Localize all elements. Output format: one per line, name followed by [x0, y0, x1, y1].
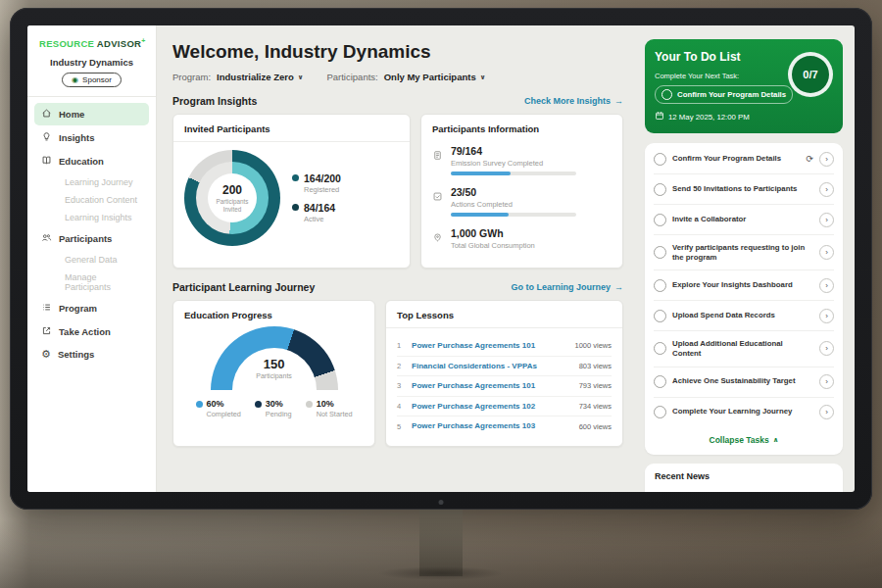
task-row[interactable]: Verify participants requesting to join t…: [654, 235, 834, 270]
arrow-right-icon: →: [614, 96, 623, 106]
task-chevron-icon[interactable]: ›: [819, 309, 834, 323]
sidebar-item-insights[interactable]: Insights: [34, 126, 149, 149]
task-row[interactable]: Send 50 Invitations to Participants ›: [654, 174, 834, 205]
lesson-row: 1 Power Purchase Agreements 101 1000 vie…: [397, 336, 612, 357]
sidebar-item-general-data[interactable]: General Data: [34, 251, 149, 269]
go-to-learning-journey-link[interactable]: Go to Learning Journey →: [511, 282, 623, 292]
legend-item-completed: 60% Completed: [196, 399, 241, 418]
check-more-insights-link[interactable]: Check More Insights →: [524, 96, 623, 106]
sidebar-item-learning-insights[interactable]: Learning Insights: [34, 209, 149, 226]
task-checkbox[interactable]: [654, 375, 666, 388]
survey-document-icon: [432, 147, 443, 175]
brand-logo-part1: RESOURCE: [39, 38, 94, 49]
lesson-views: 803 views: [579, 362, 612, 370]
sidebar-item-education[interactable]: Education: [34, 150, 149, 172]
sidebar-item-label: Participants: [59, 233, 112, 244]
participants-information-card: Participants Information 79/164 Emission…: [420, 114, 623, 269]
program-insights-section-header: Program Insights Check More Insights →: [172, 95, 623, 107]
sidebar-item-education-content[interactable]: Education Content: [34, 191, 149, 209]
task-checkbox[interactable]: [654, 153, 666, 166]
section-title: Program Insights: [172, 95, 257, 107]
home-icon: [41, 108, 52, 121]
brand-logo: RESOURCE ADVISOR+: [27, 35, 156, 53]
donut-center-label: Participants Invited: [212, 198, 253, 214]
task-chevron-icon[interactable]: ›: [819, 405, 834, 419]
legend-item-active: 84/164 Active: [292, 202, 341, 223]
lesson-row: 5 Power Purchase Agreements 103 600 view…: [397, 416, 612, 436]
task-checkbox[interactable]: [654, 246, 666, 259]
task-chevron-icon[interactable]: ›: [819, 152, 834, 167]
sidebar-item-settings[interactable]: ⚙ Settings: [34, 344, 149, 365]
gauge-value: 150: [211, 357, 338, 371]
task-row[interactable]: Achieve One Sustainability Target ›: [654, 368, 834, 398]
task-row[interactable]: Upload Additional Educational Content ›: [654, 331, 834, 367]
sidebar-item-home[interactable]: Home: [34, 103, 149, 125]
card-title: Participants Information: [432, 123, 612, 134]
task-checkbox[interactable]: [654, 342, 666, 355]
task-checkbox[interactable]: [654, 310, 666, 322]
task-row[interactable]: Invite a Collaborator ›: [654, 205, 834, 235]
progress-track: [451, 213, 576, 217]
task-checkbox[interactable]: [662, 89, 672, 100]
sidebar-item-manage-participants[interactable]: Manage Participants: [34, 269, 149, 296]
collapse-tasks-button[interactable]: Collapse Tasks ∧: [654, 427, 834, 454]
sponsor-badge[interactable]: ◉ Sponsor: [62, 73, 122, 87]
sidebar-nav: Home Insights Education Learning Journey…: [27, 103, 156, 365]
task-chevron-icon[interactable]: ›: [819, 374, 834, 389]
check-square-icon: [432, 188, 443, 217]
participants-filter-dropdown[interactable]: Only My Participants ∨: [384, 72, 486, 82]
lightbulb-icon: [41, 131, 52, 144]
refresh-icon: ⟳: [806, 155, 813, 164]
external-action-icon: [41, 325, 52, 338]
recent-news-card[interactable]: Recent News: [645, 464, 843, 493]
task-checkbox[interactable]: [654, 406, 666, 418]
program-filter-dropdown[interactable]: Industrialize Zero ∨: [217, 72, 303, 82]
lesson-link[interactable]: Power Purchase Agreements 103: [412, 421, 572, 431]
program-filter-label: Program:: [172, 72, 211, 82]
task-chevron-icon[interactable]: ›: [819, 213, 834, 227]
task-chevron-icon[interactable]: ›: [819, 341, 834, 356]
book-icon: [41, 155, 52, 168]
sidebar-item-learning-journey[interactable]: Learning Journey: [34, 173, 149, 191]
task-checkbox[interactable]: [654, 214, 666, 226]
gauge-legend: 60% Completed 30% Pending 10% Not Starte…: [196, 399, 353, 418]
gear-icon: ⚙: [41, 349, 51, 360]
lesson-row: 2 Financial Considerations - VPPAs 803 v…: [397, 357, 612, 377]
gauge-label: Participants: [211, 372, 338, 379]
task-row[interactable]: Complete Your Learning Journey ›: [654, 398, 834, 427]
stat-value: 79/164: [451, 145, 576, 157]
lesson-views: 600 views: [579, 422, 612, 431]
legend-dot: [255, 401, 262, 408]
lesson-link[interactable]: Power Purchase Agreements 102: [412, 402, 572, 412]
next-task-chip[interactable]: Confirm Your Program Details: [655, 85, 793, 104]
task-row[interactable]: Confirm Your Program Details ⟳ ›: [654, 144, 834, 174]
sidebar-divider: [27, 96, 156, 97]
task-checkbox[interactable]: [654, 183, 666, 196]
task-checkbox[interactable]: [654, 279, 666, 292]
todo-tasks-card: Confirm Your Program Details ⟳ › Send 50…: [645, 143, 843, 455]
donut-center: 200 Participants Invited: [208, 173, 257, 222]
lesson-link[interactable]: Power Purchase Agreements 101: [412, 341, 567, 351]
sidebar-item-take-action[interactable]: Take Action: [34, 320, 149, 343]
list-icon: [41, 302, 52, 315]
legend-item-registered: 164/200 Registered: [292, 172, 341, 194]
task-chevron-icon[interactable]: ›: [819, 278, 834, 293]
sidebar-item-program[interactable]: Program: [34, 297, 149, 319]
donut-center-value: 200: [222, 183, 242, 197]
task-row[interactable]: Explore Your Insights Dashboard ›: [654, 270, 834, 301]
filters-bar: Program: Industrialize Zero ∨ Participan…: [172, 72, 623, 82]
task-chevron-icon[interactable]: ›: [819, 245, 834, 260]
task-chevron-icon[interactable]: ›: [819, 182, 834, 197]
program-filter-value: Industrialize Zero: [217, 72, 294, 82]
task-row[interactable]: Upload Spend Data Records ›: [654, 301, 834, 331]
insights-cards-row: Invited Participants 200 Participants In…: [172, 114, 623, 269]
card-title: Top Lessons: [397, 310, 612, 320]
invited-participants-card: Invited Participants 200 Participants In…: [172, 114, 411, 269]
gauge-text: 150 Participants: [211, 357, 338, 379]
sponsor-badge-label: Sponsor: [82, 75, 112, 84]
lesson-link[interactable]: Financial Considerations - VPPAs: [412, 362, 572, 371]
sidebar-item-participants[interactable]: Participants: [34, 227, 149, 250]
chevron-down-icon: ∨: [480, 74, 486, 81]
progress-fill: [451, 172, 511, 175]
lesson-link[interactable]: Power Purchase Agreements 101: [412, 381, 572, 391]
